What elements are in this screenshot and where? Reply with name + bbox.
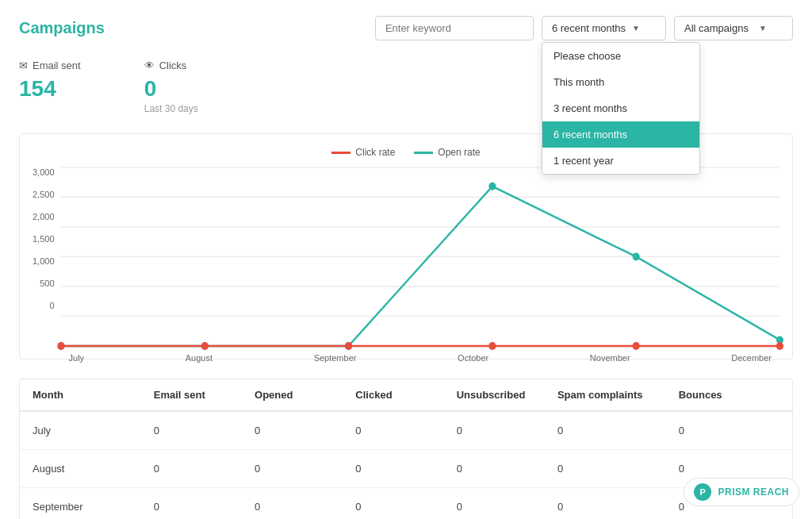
cell-unsub-aug: 0 [457, 463, 557, 475]
y-label-0: 0 [49, 301, 54, 310]
x-label-oct: October [458, 353, 488, 363]
cell-sent-jul: 0 [154, 425, 255, 436]
click-rate-dot-sep [345, 342, 352, 350]
clicks-stat: 👁 Clicks 0 Last 30 days [144, 60, 198, 114]
table-row: September 0 0 0 0 0 0 [20, 488, 792, 519]
click-rate-dot-oct [488, 342, 496, 350]
cell-unsub-sep: 0 [457, 501, 557, 513]
dropdown-item-this-month[interactable]: This month [542, 69, 699, 95]
legend-click-rate-label: Click rate [355, 147, 395, 158]
y-label-500: 500 [40, 279, 54, 288]
table-row: August 0 0 0 0 0 0 [20, 450, 792, 488]
click-rate-dot-dec [776, 342, 783, 350]
cell-opened-sep: 0 [255, 501, 355, 513]
legend-click-rate-color [331, 152, 350, 154]
col-month: Month [33, 389, 154, 401]
cell-spam-aug: 0 [557, 463, 679, 475]
header-controls: 6 recent months ▼ Please choose This mon… [375, 16, 793, 40]
chart-svg-wrapper: July August September October November D… [61, 167, 779, 346]
x-label-sep: September [314, 353, 357, 363]
open-rate-line [61, 186, 779, 346]
legend-click-rate: Click rate [331, 147, 395, 158]
cell-sent-sep: 0 [154, 501, 255, 513]
x-label-aug: August [186, 353, 213, 363]
y-label-1500: 1,500 [33, 234, 55, 244]
cell-opened-aug: 0 [255, 463, 355, 475]
col-opened: Opened [255, 389, 355, 401]
campaign-select-wrapper: All campaigns ▼ [674, 16, 793, 40]
y-label-1000: 1,000 [33, 256, 55, 266]
x-label-nov: November [590, 353, 630, 363]
eye-icon: 👁 [144, 60, 155, 71]
brand-icon: P [694, 483, 711, 501]
chart-with-yaxis: 3,000 2,500 2,000 1,500 1,000 500 0 [33, 167, 779, 346]
col-clicked: Clicked [355, 389, 456, 401]
dropdown-item-1-year[interactable]: 1 recent year [542, 148, 699, 174]
cell-sent-aug: 0 [154, 463, 255, 475]
table-header-row: Month Email sent Opened Clicked Unsubscr… [20, 379, 792, 412]
email-sent-value: 154 [19, 76, 81, 102]
chart-svg [61, 167, 779, 346]
clicks-value: 0 [144, 76, 198, 102]
data-table: Month Email sent Opened Clicked Unsubscr… [19, 379, 793, 519]
cell-month-aug: August [33, 463, 154, 475]
branding-badge: P PRISM REACH [684, 478, 799, 506]
y-label-2000: 2,000 [33, 212, 55, 221]
cell-clicked-aug: 0 [355, 463, 456, 475]
cell-month-sep: September [33, 501, 154, 513]
cell-spam-sep: 0 [557, 501, 679, 513]
y-label-2500: 2,500 [33, 190, 55, 199]
campaign-chevron-icon: ▼ [759, 24, 767, 33]
dropdown-item-3-months[interactable]: 3 recent months [542, 95, 699, 121]
email-sent-stat: ✉ Email sent 154 [19, 60, 81, 114]
table-row: July 0 0 0 0 0 0 [20, 412, 792, 450]
brand-name: PRISM REACH [718, 486, 789, 498]
period-dropdown-menu: Please choose This month 3 recent months… [542, 42, 700, 175]
x-axis-labels: July August September October November D… [61, 353, 779, 363]
dropdown-item-6-months[interactable]: 6 recent months [542, 121, 699, 148]
search-input[interactable] [375, 16, 534, 40]
dropdown-item-please-choose[interactable]: Please choose [542, 43, 699, 69]
cell-bounce-aug: 0 [679, 463, 779, 475]
period-select-label: 6 recent months [552, 22, 626, 34]
period-select-wrapper: 6 recent months ▼ Please choose This mon… [542, 16, 666, 40]
click-rate-dot-nov [632, 342, 639, 350]
cell-clicked-jul: 0 [355, 425, 456, 436]
col-email-sent: Email sent [154, 389, 255, 401]
campaign-select-label: All campaigns [684, 22, 749, 34]
page-header: Campaigns 6 recent months ▼ Please choos… [19, 16, 793, 40]
period-chevron-icon: ▼ [632, 24, 640, 33]
col-spam: Spam complaints [557, 389, 679, 401]
legend-open-rate-label: Open rate [438, 147, 480, 158]
open-rate-dot-oct [488, 183, 496, 190]
legend-open-rate-color [414, 152, 433, 154]
campaign-select-button[interactable]: All campaigns ▼ [674, 16, 793, 40]
cell-unsub-jul: 0 [457, 425, 557, 436]
x-label-dec: December [731, 353, 772, 363]
x-label-jul: July [69, 353, 85, 363]
page-container: Campaigns 6 recent months ▼ Please choos… [0, 0, 812, 519]
col-bounces: Bounces [679, 389, 779, 401]
click-rate-dot-aug [201, 342, 208, 350]
y-label-3000: 3,000 [33, 167, 55, 177]
cell-spam-jul: 0 [557, 425, 679, 436]
page-title: Campaigns [19, 19, 105, 37]
envelope-icon: ✉ [19, 60, 28, 71]
legend-open-rate: Open rate [414, 147, 480, 158]
col-unsubscribed: Unsubscribed [457, 389, 557, 401]
clicks-label: 👁 Clicks [144, 60, 198, 71]
cell-clicked-sep: 0 [355, 501, 456, 513]
email-sent-label: ✉ Email sent [19, 60, 81, 71]
cell-bounce-jul: 0 [679, 425, 779, 436]
period-select-button[interactable]: 6 recent months ▼ [542, 16, 666, 40]
cell-opened-jul: 0 [255, 425, 355, 436]
click-rate-dot-jul [57, 342, 64, 350]
open-rate-dot-nov [632, 252, 639, 260]
clicks-sub: Last 30 days [144, 103, 198, 114]
cell-month-jul: July [33, 425, 154, 436]
y-axis: 3,000 2,500 2,000 1,500 1,000 500 0 [33, 167, 61, 310]
